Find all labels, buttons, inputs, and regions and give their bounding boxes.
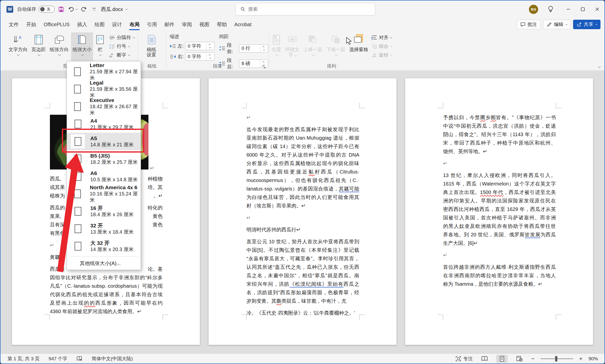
avatar[interactable]: RX (529, 5, 538, 14)
text-line[interactable]: lanatus·ssp.·vulgaris）的基因混合痕迹，其瓤可能 (246, 184, 359, 193)
tab-审阅[interactable]: 审阅 (178, 18, 196, 31)
tab-引用[interactable]: 引用 (143, 18, 161, 31)
text-line[interactable]: 13 世纪，摩尔人入侵欧洲，同时将西瓜引入。 (443, 171, 556, 180)
lightbulb-icon[interactable] (548, 5, 554, 13)
paper-size-option-32 开[interactable]: 32 开13 厘米 x 18.4 厘米 (67, 220, 141, 237)
text-line[interactable]: 直至公元 10 世纪，契丹人首次从中亚将西瓜带到 (246, 237, 359, 246)
tab-绘图[interactable]: 绘图 (91, 18, 108, 31)
web-layout-button[interactable] (514, 355, 525, 363)
paper-size-option-North America 4x 6[interactable]: North America 4x 610.16 厘米 x 15.24 厘米 (67, 185, 141, 202)
paper-size-option-B5 (JIS)[interactable]: B5 (JIS)18.2 厘米 x 25.7 厘米 (67, 150, 141, 168)
breaks-button[interactable]: 分隔符 (109, 34, 134, 41)
text-line[interactable]: 在非洲西南部的喀拉哈里沙漠非常丰富，当地人 (443, 271, 556, 280)
maximize-button[interactable] (576, 0, 590, 18)
text-line[interactable]: 岁则变黄。其瓞类甜瓜，味甘脆，中有汁，尤 (246, 297, 359, 305)
text-line[interactable]: 6000 年之久。对于从这些种子中提取的古 DNA (246, 151, 359, 159)
text-line[interactable]: 4360 年前就被尼罗河流域的人类食用。↵ (50, 307, 163, 316)
search-box[interactable] (236, 3, 375, 15)
page-indicator[interactable]: 第 1 页, 共 3 页 (7, 356, 40, 362)
text-line[interactable]: 碳同位素（碳 14）定年分析，这些种子距今已有 (246, 142, 359, 151)
text-line[interactable]: 代驯化西瓜的祖先或近缘谱系，且基本符合古埃 (50, 290, 163, 299)
text-line[interactable]: 饶州、英州等地。↵ (443, 147, 556, 156)
stepper-buttons[interactable] (206, 53, 213, 60)
page-2-text[interactable]: ↵迄今发现最老的野生西瓜属种子则被发现于利比亚南部新石器时期的 Uan·Muhu… (246, 113, 359, 317)
tab-布局[interactable]: 布局 (126, 18, 143, 31)
paper-size-option-Legal[interactable]: Legal21.59 厘米 x 35.56 厘米 (67, 80, 141, 98)
text-line[interactable]: 名，洪皓提到“西瓜形如扁蒲而圆，色极青翠，经 (246, 288, 359, 297)
tab-设计[interactable]: 设计 (108, 18, 126, 31)
zoom-out-button[interactable]: − (531, 355, 535, 362)
indent-left-stepper[interactable] (185, 42, 215, 50)
zoom-level[interactable]: 90% (589, 356, 598, 362)
text-line[interactable]: 中国[5]。不过陶弘景曾在《本草经集注》里记载 (246, 246, 359, 254)
undo-button[interactable] (68, 6, 77, 12)
document-title[interactable]: 西瓜.docx (101, 6, 127, 13)
paper-size-option-Letter[interactable]: Letter21.59 厘米 x 27.94 厘米 (67, 63, 141, 80)
text-line[interactable]: 典上首次出现。1500 年代，西瓜才被引进至北美 (443, 188, 556, 196)
text-line[interactable]: 密西西比河种植西瓜，直至 1629 年，西瓜才从英 (443, 205, 556, 213)
close-button[interactable] (590, 0, 605, 18)
indent-left-input[interactable] (185, 43, 206, 49)
stepper-buttons[interactable] (206, 42, 213, 50)
language-indicator[interactable]: 简体中文(中国大陆) (92, 356, 133, 362)
tab-插入[interactable]: 插入 (73, 18, 91, 31)
text-line[interactable]: 分析显示，这些西瓜属植物比起现今的驯化甜味 (246, 159, 359, 168)
tab-OfficePLUS[interactable]: OfficePLUS (40, 18, 73, 31)
tab-帮助[interactable]: 帮助 (213, 18, 231, 31)
paper-size-option-大 32 开[interactable]: 大 32 开14 厘米 x 20.3 厘米 (67, 237, 141, 255)
empty-paragraph[interactable]: ↵ (443, 159, 556, 168)
indent-right-input[interactable] (185, 54, 206, 59)
text-line[interactable]: 1615 年，西瓜（Watermelon）这个字才在英文字 (443, 180, 556, 188)
more-paper-sizes-item[interactable]: 其他纸张大小(A)... (67, 258, 141, 268)
text-line[interactable]: 的黑人奴隶及欧洲殖民亦有协助于将西瓜带往世 (443, 222, 556, 230)
space-before-input[interactable] (239, 46, 260, 51)
text-line[interactable]: 阴山，得食之”。绍兴十三年（1143 年），洪皓归 (443, 130, 556, 139)
read-mode-button[interactable] (479, 355, 490, 363)
redo-button[interactable] (81, 6, 87, 12)
tab-Acrobat[interactable]: Acrobat (231, 18, 255, 31)
text-line[interactable]: 亚南部新石器时期的 Uan·Muhuggiag 遗址，根据 (246, 134, 359, 142)
space-before-stepper[interactable] (239, 44, 268, 53)
document-page-3[interactable]: 予携以归，今禁圃乡囿皆有。”《事物纪原》一书中说“中国初无西瓜，洪忠宣（洪皓）使… (405, 78, 593, 345)
align-button[interactable]: 对齐 (371, 34, 392, 41)
text-line[interactable]: 明清时代苏州的西瓜行↵ (246, 225, 359, 234)
tab-视图[interactable]: 视图 (196, 18, 213, 31)
empty-paragraph[interactable]: ↵ (246, 113, 359, 122)
print-layout-button[interactable] (496, 355, 508, 363)
text-line[interactable]: “永嘉有寒瓜甚大，可藏至春”。李时珍引用其言， (246, 254, 359, 263)
zoom-slider[interactable] (541, 359, 573, 359)
zoom-slider-thumb[interactable] (555, 356, 557, 362)
tab-文件[interactable]: 文件 (5, 18, 22, 31)
proofing-errors-icon[interactable] (76, 356, 83, 362)
text-line[interactable]: 洲的印第安人。早期的法国探险家发现原住民在 (443, 196, 556, 205)
quick-access-menu-button[interactable] (93, 8, 96, 11)
paragraph-dialog-launcher[interactable] (262, 65, 266, 69)
text-line[interactable]: 为白绿色且味苦，因此当时的人们更可能食用其 (246, 193, 359, 201)
paper-size-option-16 开[interactable]: 16 开18.4 厘米 x 26 厘米 (67, 202, 141, 220)
collapse-ribbon-chevron-icon[interactable] (598, 65, 601, 68)
focus-mode-button[interactable]: 专注 (455, 356, 473, 362)
zoom-in-button[interactable]: + (579, 355, 583, 362)
hyphenation-button[interactable]: a- bc 断字 (109, 52, 134, 58)
text-line[interactable]: 凡瓜”（C.·lanatus·subsp.·cordophanus）可能为现 (50, 282, 163, 290)
search-input[interactable] (248, 6, 358, 12)
text-line[interactable]: 因组学比对研究显示，分布于非洲东部的“科尔多 (50, 273, 163, 282)
text-line[interactable]: 及壁画上出现的的西瓜形象，因而可能早在约 (50, 299, 163, 307)
text-line[interactable]: 界各地。到 20 世纪，美国、俄罗斯皆发展为西瓜 (443, 230, 556, 239)
empty-paragraph[interactable]: ↵ (246, 213, 359, 222)
text-line[interactable]: 西瓜，其基因组更接近黏籽西瓜（Citrullus· (246, 168, 359, 176)
text-line[interactable]: 迄今发现最老的野生西瓜属种子则被发现于利比 (246, 125, 359, 134)
indent-right-stepper[interactable] (185, 52, 215, 61)
text-line[interactable]: 籽（埃古斯）而非果肉。↵ (246, 201, 359, 210)
document-page-2[interactable]: ↵迄今发现最老的野生西瓜属种子则被发现于利比亚南部新石器时期的 Uan·Muhu… (208, 78, 397, 345)
paper-size-option-Executive[interactable]: Executive18.42 厘米 x 26.67 厘米 (67, 98, 141, 115)
editing-mode-button[interactable]: 编辑 (543, 20, 571, 29)
text-line[interactable]: 国被引入美国，首次种植于马萨诸塞州。而非洲 (443, 213, 556, 222)
share-button[interactable]: 共享 (573, 20, 601, 29)
text-line[interactable]: 宋绍兴年间，洪皓《松漠纪闻续》里始有西瓜之 (246, 280, 359, 288)
text-line[interactable]: 首位跨越非洲的西方人戴维·利文斯通指野生西瓜 (443, 263, 556, 271)
stepper-buttons[interactable] (260, 45, 267, 52)
page-3-text[interactable]: 予携以归，今禁圃乡囿皆有。”《事物纪原》一书中说“中国初无西瓜，洪忠宣（洪皓）使… (443, 113, 556, 288)
minimize-button[interactable] (561, 0, 576, 18)
save-button[interactable] (58, 6, 64, 12)
